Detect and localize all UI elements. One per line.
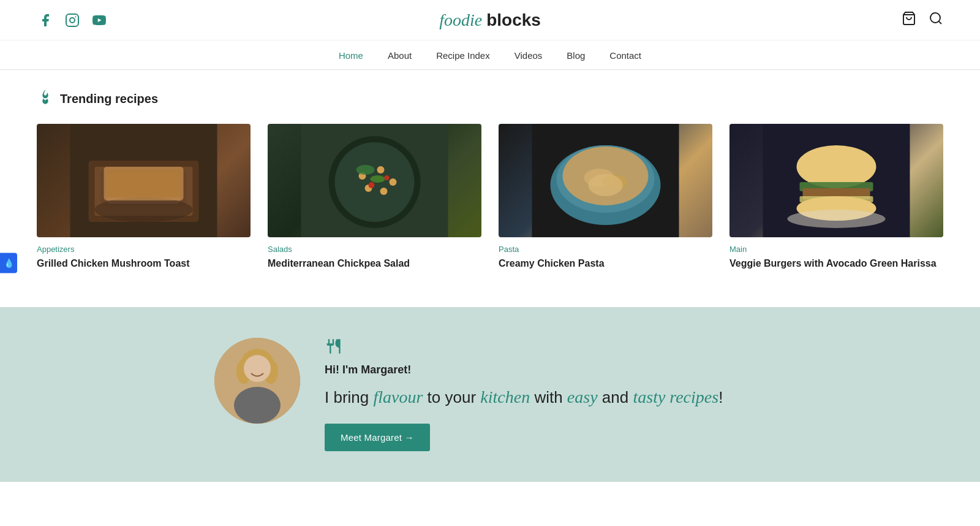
svg-point-26	[385, 175, 390, 180]
fork-knife-icon	[325, 338, 766, 359]
facebook-icon[interactable]	[37, 12, 54, 29]
recipe-category-1: Appetizers	[37, 245, 251, 254]
recipe-image-4	[729, 124, 943, 237]
logo-foodie: foodie	[439, 10, 482, 29]
svg-point-19	[377, 166, 385, 173]
tagline-middle2: with	[530, 388, 567, 406]
svg-rect-14	[107, 170, 181, 197]
tagline-middle1: to your	[423, 388, 480, 406]
svg-point-35	[797, 145, 876, 188]
recipe-card-4[interactable]: Main Veggie Burgers with Avocado Green H…	[729, 124, 943, 270]
recipe-title-2: Mediterranean Chickpea Salad	[268, 257, 481, 270]
tagline-word3: easy	[567, 387, 598, 406]
about-inner: Hi! I'm Margaret! I bring flavour to you…	[214, 338, 766, 451]
nav-home[interactable]: Home	[339, 50, 363, 61]
about-section: Hi! I'm Margaret! I bring flavour to you…	[0, 307, 980, 482]
recipe-category-3: Pasta	[499, 245, 712, 254]
sidebar-widget[interactable]: 💧	[0, 253, 17, 273]
tagline-end: !	[718, 388, 723, 406]
logo-blocks: blocks	[486, 10, 541, 29]
cart-icon[interactable]	[902, 11, 916, 29]
about-text-block: Hi! I'm Margaret! I bring flavour to you…	[325, 338, 766, 451]
nav-about[interactable]: About	[388, 50, 412, 61]
recipe-card-1[interactable]: Appetizers Grilled Chicken Mushroom Toas…	[37, 124, 251, 270]
svg-point-24	[371, 175, 385, 183]
nav-contact[interactable]: Contact	[609, 50, 641, 61]
trending-title: Trending recipes	[60, 92, 158, 106]
svg-point-5	[930, 13, 940, 23]
recipe-title-4: Veggie Burgers with Avocado Green Hariss…	[729, 257, 943, 270]
svg-point-22	[380, 188, 388, 195]
tagline-word2: kitchen	[480, 387, 530, 406]
recipe-card-3[interactable]: Pasta Creamy Chicken Pasta	[499, 124, 712, 270]
tagline-intro: I bring	[325, 388, 374, 406]
svg-point-23	[356, 165, 375, 175]
svg-point-1	[70, 18, 75, 23]
svg-point-2	[75, 16, 77, 17]
svg-point-47	[244, 355, 271, 382]
recipe-grid: Appetizers Grilled Chicken Mushroom Toas…	[37, 124, 943, 270]
hi-text: Hi! I'm Margaret!	[325, 364, 766, 376]
svg-line-6	[939, 21, 941, 24]
recipe-category-4: Main	[729, 245, 943, 254]
instagram-icon[interactable]	[64, 12, 81, 29]
tagline-middle3: and	[598, 388, 633, 406]
recipe-image-2	[268, 124, 481, 237]
svg-point-12	[95, 197, 193, 222]
tagline: I bring flavour to your kitchen with eas…	[325, 385, 766, 409]
avatar	[214, 338, 300, 424]
recipe-card-2[interactable]: Salads Mediterranean Chickpea Salad	[268, 124, 481, 270]
recipe-image-3	[499, 124, 712, 237]
recipe-title-1: Grilled Chicken Mushroom Toast	[37, 257, 251, 270]
nav-blog[interactable]: Blog	[567, 50, 585, 61]
svg-point-20	[390, 178, 397, 186]
trending-header: Trending recipes	[37, 88, 943, 109]
recipe-title-3: Creamy Chicken Pasta	[499, 257, 712, 270]
recipe-category-2: Salads	[268, 245, 481, 254]
svg-point-25	[369, 182, 375, 188]
site-logo[interactable]: foodie blocks	[439, 10, 541, 30]
fire-icon	[37, 88, 54, 109]
nav-videos[interactable]: Videos	[514, 50, 543, 61]
sidebar-icon: 💧	[4, 258, 14, 269]
svg-point-33	[589, 174, 623, 196]
meet-margaret-button[interactable]: Meet Margaret →	[325, 424, 430, 451]
svg-rect-0	[66, 14, 78, 26]
svg-point-40	[788, 210, 886, 228]
tagline-word4: tasty recipes	[633, 387, 718, 406]
main-nav: Home About Recipe Index Videos Blog Cont…	[0, 40, 980, 70]
search-icon[interactable]	[929, 11, 943, 29]
social-links	[37, 12, 108, 29]
tagline-word1: flavour	[374, 387, 423, 406]
header: foodie blocks	[0, 0, 980, 40]
recipe-image-1	[37, 124, 251, 237]
youtube-icon[interactable]	[91, 12, 108, 29]
main-content: Trending recipes Appetizers Grilled Chi	[0, 70, 980, 283]
header-actions	[902, 11, 943, 29]
svg-point-43	[234, 387, 281, 424]
nav-recipe-index[interactable]: Recipe Index	[436, 50, 490, 61]
